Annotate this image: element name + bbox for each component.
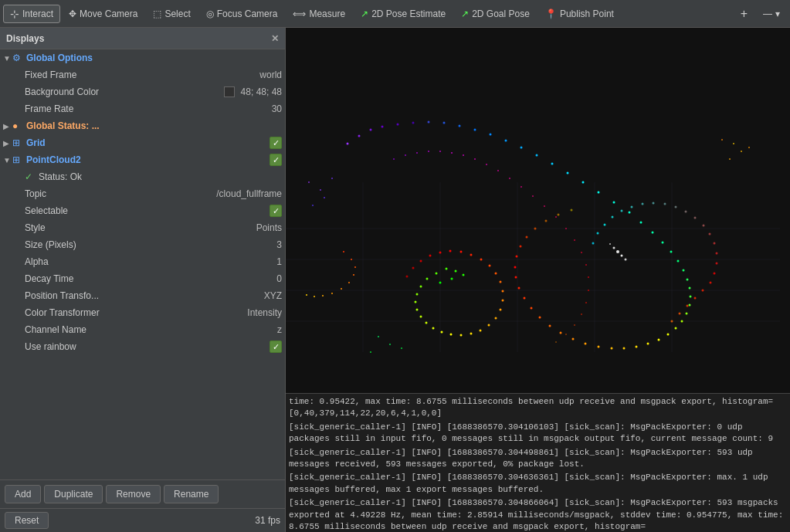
tree-item-decay-time[interactable]: Decay Time 0 [0, 270, 285, 287]
color-transformer-label: Color Transformer [25, 307, 247, 318]
select-button[interactable]: ⬚ Select [146, 5, 197, 22]
svg-point-140 [592, 242, 595, 245]
tree-item-pointcloud2[interactable]: ▼ ⊞ PointCloud2 ✓ [0, 151, 285, 168]
2d-pose-button[interactable]: ↗ 2D Pose Estimate [354, 5, 453, 22]
svg-point-157 [574, 239, 575, 241]
remove-display-button[interactable]: — ▾ [756, 5, 787, 22]
svg-point-98 [439, 252, 442, 254]
log-line: [sick_generic_caller-1] [INFO] [16883865… [289, 471, 787, 496]
grid-icon: ⊞ [12, 137, 25, 148]
tree-item-grid[interactable]: ▶ ⊞ Grid ✓ [0, 134, 285, 151]
tree-item-channel-name[interactable]: Channel Name z [0, 321, 285, 338]
pointcloud2-checkbox[interactable]: ✓ [270, 154, 282, 166]
svg-point-47 [623, 347, 626, 350]
svg-point-149 [486, 164, 487, 165]
grid-checkbox[interactable]: ✓ [270, 137, 282, 149]
svg-point-117 [671, 320, 673, 323]
use-rainbow-checkbox[interactable]: ✓ [270, 341, 282, 353]
chevron-down-icon: ▾ [775, 8, 780, 19]
svg-point-160 [588, 276, 589, 278]
svg-point-112 [721, 139, 723, 141]
svg-point-144 [428, 151, 429, 152]
measure-button[interactable]: ⟺ Measure [286, 5, 352, 22]
svg-point-91 [500, 281, 502, 283]
tree-item-use-rainbow[interactable]: Use rainbow ✓ [0, 338, 285, 355]
background-color-label: Background Color [25, 86, 224, 97]
svg-point-13 [381, 126, 384, 128]
background-color-value: 48; 48; 48 [224, 86, 282, 98]
interact-button[interactable]: ⊹ Interact [3, 5, 60, 23]
publish-point-button[interactable]: 📍 Publish Point [538, 5, 621, 22]
svg-point-75 [416, 293, 419, 296]
tree-panel[interactable]: ▼ ⚙ Global Options Fixed Frame world Bac… [0, 49, 285, 479]
svg-point-133 [653, 202, 655, 205]
size-pixels-value: 3 [276, 239, 282, 250]
remove-button[interactable]: Remove [106, 485, 161, 503]
svg-point-168 [621, 255, 623, 257]
svg-point-64 [545, 220, 548, 222]
svg-point-33 [670, 251, 673, 253]
tree-item-size-pixels[interactable]: Size (Pixels) 3 [0, 236, 285, 253]
focus-camera-icon: ◎ [206, 8, 214, 19]
selectable-checkbox[interactable]: ✓ [270, 205, 282, 217]
global-status-label: Global Status: ... [26, 120, 282, 131]
svg-point-156 [565, 228, 567, 229]
svg-point-181 [306, 294, 307, 296]
svg-point-71 [446, 268, 448, 270]
svg-point-114 [389, 344, 391, 345]
log-panel[interactable]: time: 0.95422, max time: 8.6755 millisec… [286, 393, 790, 532]
svg-point-110 [729, 158, 731, 160]
reset-button[interactable]: Reset [5, 512, 49, 529]
tree-item-global-status[interactable]: ▶ ● Global Status: ... [0, 117, 285, 134]
measure-icon: ⟺ [293, 8, 306, 19]
add-button[interactable]: Add [5, 485, 41, 503]
channel-name-value: z [277, 324, 282, 335]
svg-point-23 [536, 154, 538, 157]
displays-close-button[interactable]: ✕ [271, 34, 279, 43]
tree-item-background-color[interactable]: Background Color 48; 48; 48 [0, 83, 285, 100]
tree-item-color-transformer[interactable]: Color Transformer Intensity [0, 304, 285, 321]
svg-point-130 [685, 211, 687, 213]
svg-point-46 [636, 346, 638, 348]
svg-point-170 [625, 259, 627, 261]
svg-point-129 [694, 217, 697, 219]
svg-point-24 [551, 163, 554, 165]
svg-point-103 [308, 181, 310, 183]
move-camera-button[interactable]: ✥ Move Camera [62, 5, 144, 22]
svg-point-60 [516, 256, 518, 258]
tree-item-position-transform[interactable]: Position Transfo... XYZ [0, 287, 285, 304]
add-display-button[interactable]: + [734, 4, 754, 24]
tree-area: ▼ ⚙ Global Options Fixed Frame world Bac… [0, 49, 285, 479]
size-pixels-label: Size (Pixels) [25, 239, 276, 250]
svg-point-77 [416, 309, 419, 311]
tree-item-alpha[interactable]: Alpha 1 [0, 253, 285, 270]
expand-arrow: ▼ [3, 54, 12, 63]
svg-point-45 [647, 343, 649, 345]
tree-item-style[interactable]: Style Points [0, 219, 285, 236]
tree-item-frame-rate[interactable]: Frame Rate 30 [0, 100, 285, 117]
tree-item-status-ok[interactable]: ✓ Status: Ok [0, 168, 285, 185]
log-line: [sick_generic_caller-1] [INFO] [16883865… [289, 421, 787, 446]
svg-point-166 [555, 341, 557, 343]
svg-point-92 [495, 273, 497, 275]
svg-point-27 [598, 191, 600, 194]
focus-camera-button[interactable]: ◎ Focus Camera [199, 5, 285, 22]
svg-point-50 [585, 343, 587, 345]
svg-point-134 [642, 203, 644, 205]
visualization-panel[interactable]: time: 0.95422, max time: 8.6755 millisec… [286, 28, 790, 532]
tree-item-topic[interactable]: Topic /cloud_fullframe [0, 185, 285, 202]
duplicate-button[interactable]: Duplicate [44, 485, 103, 503]
svg-point-169 [613, 247, 615, 249]
displays-header: Displays ✕ [0, 28, 285, 49]
tree-item-selectable[interactable]: Selectable ✓ [0, 202, 285, 219]
svg-point-18 [459, 125, 461, 127]
svg-point-12 [370, 129, 372, 131]
svg-point-99 [429, 255, 432, 257]
2d-goal-button[interactable]: ↗ 2D Goal Pose [454, 5, 537, 22]
svg-point-78 [420, 316, 422, 318]
svg-point-175 [353, 274, 354, 276]
tree-item-fixed-frame[interactable]: Fixed Frame world [0, 66, 285, 83]
svg-point-116 [370, 351, 371, 353]
tree-item-global-options[interactable]: ▼ ⚙ Global Options [0, 49, 285, 66]
rename-button[interactable]: Rename [164, 485, 219, 503]
